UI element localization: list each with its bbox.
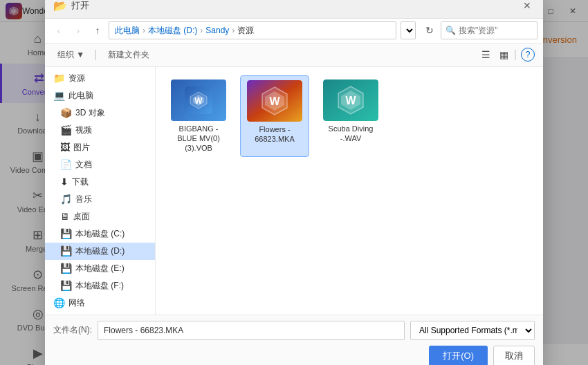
filename-input[interactable]: [98, 321, 405, 340]
tree-item-disk-d[interactable]: 💾 本地磁盘 (D:): [45, 243, 155, 260]
file-name-scuba: Scuba Diving -.WAV: [320, 124, 381, 144]
tree-item-downloads[interactable]: ⬇ 下载: [45, 174, 155, 191]
view-list-button[interactable]: ☰: [478, 46, 495, 63]
file-thumb-scuba: W: [323, 79, 378, 121]
tree-item-desktop[interactable]: 🖥 桌面: [45, 208, 155, 225]
tree-item-thispc[interactable]: 💻 此电脑: [45, 87, 155, 104]
open-button[interactable]: 打开(O): [429, 346, 488, 366]
svg-text:W: W: [269, 95, 280, 107]
folder-open-icon: 📁: [53, 73, 65, 84]
search-input[interactable]: [459, 26, 528, 35]
file-name-flowers: Flowers - 66823.MKA: [245, 124, 304, 144]
format-select[interactable]: All Supported Formats (*.mvf: [410, 321, 535, 340]
file-name-bigbang: BIGBANG - BLUE MV(0)(3).VOB: [168, 124, 229, 153]
tree-item-network[interactable]: 🌐 网络: [45, 294, 155, 312]
breadcrumb-item-2[interactable]: Sandy: [205, 26, 229, 35]
help-button[interactable]: ?: [521, 48, 535, 62]
dialog-titlebar: 📂 打开 ✕: [45, 0, 543, 19]
forward-button[interactable]: ›: [70, 22, 86, 39]
tree-item-3d[interactable]: 📦 3D 对象: [45, 104, 155, 122]
dialog-body: 📁 资源 💻 此电脑 📦 3D 对象 🎬 视频 🖼 图片: [45, 67, 543, 315]
breadcrumb-item-1[interactable]: 本地磁盘 (D:): [148, 25, 197, 37]
file-dialog-overlay: 📂 打开 ✕ ‹ › ↑ 此电脑 › 本地磁盘 (D:) › Sandy › 资…: [0, 0, 588, 365]
tree-item-disk-f[interactable]: 💾 本地磁盘 (F:): [45, 277, 155, 294]
format-wrapper: All Supported Formats (*.mvf: [410, 321, 535, 340]
tree-item-disk-e[interactable]: 💾 本地磁盘 (E:): [45, 260, 155, 277]
tree-item-videos[interactable]: 🎬 视频: [45, 122, 155, 139]
filename-label: 文件名(N):: [53, 324, 92, 336]
back-button[interactable]: ‹: [50, 22, 67, 39]
search-box: 🔍: [441, 21, 538, 39]
dialog-title: 打开: [71, 0, 520, 12]
file-grid: W BIGBANG - BLUE MV(0)(3).VOB: [156, 67, 543, 315]
ws-thumb-icon-3: W: [323, 79, 378, 121]
dialog-file-toolbar: 组织 ▼ | 新建文件夹 ☰ ▦ | ?: [45, 44, 543, 67]
breadcrumb-item-3: 资源: [237, 25, 254, 37]
filename-row: 文件名(N): All Supported Formats (*.mvf: [53, 321, 535, 340]
new-folder-button[interactable]: 新建文件夹: [102, 47, 155, 63]
breadcrumb: 此电脑 › 本地磁盘 (D:) › Sandy › 资源: [109, 21, 396, 39]
file-thumb-flowers: W: [247, 80, 302, 122]
tree-item-ziyuan[interactable]: 📁 资源: [45, 70, 155, 87]
dialog-nav: ‹ › ↑ 此电脑 › 本地磁盘 (D:) › Sandy › 资源 ↻ 🔍: [45, 19, 543, 44]
dialog-action-buttons: 打开(O) 取消: [53, 346, 535, 366]
search-icon: 🔍: [445, 26, 456, 35]
tree-item-images[interactable]: 🖼 图片: [45, 139, 155, 156]
up-button[interactable]: ↑: [89, 22, 106, 39]
tree-item-disk-c[interactable]: 💾 本地磁盘 (C:): [45, 225, 155, 243]
dialog-close-button[interactable]: ✕: [520, 0, 535, 13]
file-item-flowers[interactable]: W Flowers - 66823.MKA: [240, 75, 309, 158]
breadcrumb-item-0[interactable]: 此电脑: [115, 25, 140, 37]
separator-1: |: [94, 48, 97, 61]
refresh-button[interactable]: ↻: [421, 22, 438, 39]
dialog-folder-icon: 📂: [53, 0, 66, 12]
dialog-footer: 文件名(N): All Supported Formats (*.mvf 打开(…: [45, 315, 543, 366]
tree-item-music[interactable]: 🎵 音乐: [45, 191, 155, 208]
view-buttons: ☰ ▦ | ?: [478, 46, 535, 63]
file-open-dialog: 📂 打开 ✕ ‹ › ↑ 此电脑 › 本地磁盘 (D:) › Sandy › 资…: [45, 0, 543, 365]
view-grid-button[interactable]: ▦: [496, 46, 513, 63]
organize-button[interactable]: 组织 ▼: [53, 47, 89, 63]
tree-item-docs[interactable]: 📄 文档: [45, 156, 155, 174]
ws-thumb-icon-1: W: [185, 86, 212, 114]
file-tree: 📁 资源 💻 此电脑 📦 3D 对象 🎬 视频 🖼 图片: [45, 67, 156, 315]
path-dropdown[interactable]: [401, 21, 416, 39]
ws-thumb-icon-2: W: [247, 80, 302, 122]
cancel-button[interactable]: 取消: [493, 346, 535, 366]
file-item-scuba[interactable]: W Scuba Diving -.WAV: [316, 75, 385, 158]
pc-icon: 💻: [53, 90, 65, 101]
svg-text:W: W: [194, 96, 203, 106]
file-thumb-bigbang: W: [171, 79, 226, 121]
svg-text:W: W: [345, 95, 356, 106]
separator-2: |: [514, 48, 517, 61]
file-item-bigbang[interactable]: W BIGBANG - BLUE MV(0)(3).VOB: [164, 75, 233, 158]
